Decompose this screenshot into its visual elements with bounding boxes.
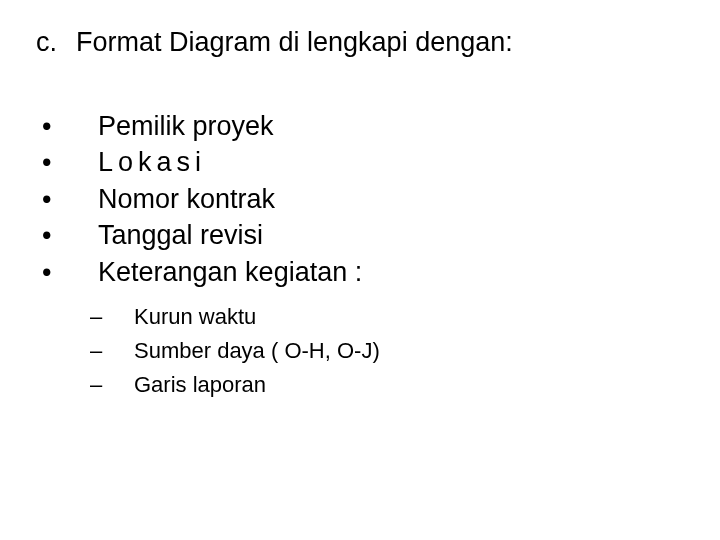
list-item-text: Garis laporan	[134, 368, 684, 402]
sub-list: – Kurun waktu – Sumber daya ( O-H, O-J) …	[42, 300, 684, 402]
bullet-icon: •	[42, 108, 98, 144]
dash-icon: –	[90, 300, 134, 334]
heading: c. Format Diagram di lengkapi dengan:	[36, 26, 684, 60]
bullet-list: • Pemilik proyek • Lokasi • Nomor kontra…	[36, 108, 684, 402]
list-item-text: Lokasi	[98, 144, 684, 180]
list-item: • Lokasi	[42, 144, 684, 180]
list-item-text: Nomor kontrak	[98, 181, 684, 217]
list-item: • Keterangan kegiatan :	[42, 254, 684, 290]
list-item-text: Pemilik proyek	[98, 108, 684, 144]
list-item-text: Tanggal revisi	[98, 217, 684, 253]
heading-marker: c.	[36, 26, 76, 60]
list-item: • Pemilik proyek	[42, 108, 684, 144]
slide: c. Format Diagram di lengkapi dengan: • …	[0, 0, 720, 402]
list-item: – Garis laporan	[90, 368, 684, 402]
bullet-icon: •	[42, 254, 98, 290]
list-item-text: Keterangan kegiatan :	[98, 254, 684, 290]
list-item: – Sumber daya ( O-H, O-J)	[90, 334, 684, 368]
heading-text: Format Diagram di lengkapi dengan:	[76, 26, 684, 60]
list-item: • Tanggal revisi	[42, 217, 684, 253]
list-item: • Nomor kontrak	[42, 181, 684, 217]
list-item-text: Kurun waktu	[134, 300, 684, 334]
dash-icon: –	[90, 334, 134, 368]
list-item-text: Sumber daya ( O-H, O-J)	[134, 334, 684, 368]
bullet-icon: •	[42, 217, 98, 253]
bullet-icon: •	[42, 144, 98, 180]
dash-icon: –	[90, 368, 134, 402]
bullet-icon: •	[42, 181, 98, 217]
list-item: – Kurun waktu	[90, 300, 684, 334]
